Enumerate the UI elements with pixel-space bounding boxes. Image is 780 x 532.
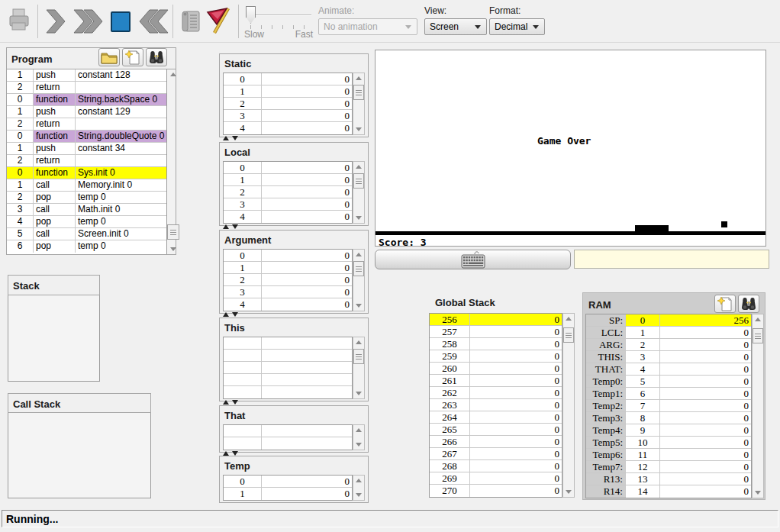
table-row[interactable]: 0functionString.backSpace 0: [7, 94, 166, 106]
arrow-down-icon[interactable]: [232, 224, 238, 229]
table-row[interactable]: 10: [224, 262, 352, 274]
scroll-up-icon[interactable]: [353, 73, 364, 83]
local-scrollbar[interactable]: [353, 161, 365, 224]
table-row[interactable]: [224, 437, 352, 450]
new-ram-button[interactable]: [714, 295, 736, 313]
table-row[interactable]: THAT:40: [586, 363, 751, 376]
scroll-up-icon[interactable]: [167, 69, 179, 79]
speed-slider[interactable]: Slow Fast: [244, 4, 310, 40]
ram-scrollbar[interactable]: [752, 314, 764, 498]
scroll-up-icon[interactable]: [353, 476, 364, 485]
table-row[interactable]: 0functionSys.init 0: [7, 167, 166, 179]
reset-button[interactable]: [138, 9, 170, 34]
segment-resize-arrows[interactable]: [223, 224, 238, 230]
arrow-down-icon[interactable]: [232, 312, 238, 317]
scroll-down-icon[interactable]: [167, 244, 179, 254]
table-row[interactable]: Temp2:70: [586, 400, 751, 412]
search-program-button[interactable]: [146, 48, 167, 66]
table-row[interactable]: 10: [224, 174, 352, 186]
table-row[interactable]: ARG:20: [586, 339, 751, 351]
this-scrollbar[interactable]: [353, 337, 365, 399]
scroll-down-icon[interactable]: [353, 389, 364, 398]
breakpoints-button[interactable]: [205, 6, 233, 37]
search-ram-button[interactable]: [738, 295, 759, 313]
table-row[interactable]: 0functionString.doubleQuote 0: [7, 131, 166, 143]
table-row[interactable]: 30: [224, 110, 352, 122]
format-select[interactable]: Decimal: [489, 18, 545, 35]
segment-resize-arrows[interactable]: [223, 136, 238, 141]
scroll-thumb[interactable]: [167, 224, 179, 240]
open-program-button[interactable]: [98, 48, 120, 66]
table-row[interactable]: LCL:10: [586, 327, 751, 339]
arrow-up-icon[interactable]: [223, 400, 229, 405]
slider-thumb[interactable]: [246, 6, 256, 24]
table-row[interactable]: 40: [224, 211, 352, 223]
table-row[interactable]: Temp4:90: [586, 424, 751, 437]
scroll-up-icon[interactable]: [563, 314, 574, 324]
scroll-down-icon[interactable]: [353, 213, 364, 223]
scroll-thumb[interactable]: [563, 327, 574, 343]
arrow-up-icon[interactable]: [223, 224, 229, 229]
temp-scrollbar[interactable]: [353, 475, 365, 501]
table-row[interactable]: 2670: [430, 448, 562, 460]
arrow-down-icon[interactable]: [232, 136, 238, 140]
table-row[interactable]: 2570: [430, 326, 562, 338]
table-row[interactable]: 20: [224, 186, 352, 198]
scroll-thumb[interactable]: [353, 261, 364, 276]
table-row[interactable]: 00: [224, 73, 352, 85]
scroll-down-icon[interactable]: [353, 490, 364, 500]
table-row[interactable]: [224, 386, 352, 398]
segment-resize-arrows[interactable]: [223, 400, 238, 405]
table-row[interactable]: 20: [224, 98, 352, 110]
animate-select[interactable]: No animation: [318, 18, 417, 35]
new-program-button[interactable]: [122, 48, 143, 66]
table-row[interactable]: 30: [224, 198, 352, 211]
table-row[interactable]: 1pushconstant 128: [7, 69, 166, 82]
scroll-thumb[interactable]: [353, 173, 364, 189]
stop-button[interactable]: [111, 11, 132, 33]
scroll-up-icon[interactable]: [353, 250, 364, 260]
argument-scrollbar[interactable]: [353, 249, 365, 311]
table-row[interactable]: 2poptemp 0: [7, 192, 166, 204]
table-row[interactable]: 00: [224, 162, 352, 174]
table-row[interactable]: 1pushconstant 34: [7, 143, 166, 155]
table-row[interactable]: R14:140: [586, 485, 751, 498]
table-row[interactable]: 20: [224, 274, 352, 286]
table-row[interactable]: [224, 362, 352, 374]
table-row[interactable]: SP:0256: [586, 314, 751, 327]
table-row[interactable]: 2590: [430, 350, 562, 363]
scroll-thumb[interactable]: [353, 85, 364, 100]
single-step-button[interactable]: [44, 9, 67, 34]
scroll-down-icon[interactable]: [353, 124, 364, 134]
table-row[interactable]: 2580: [430, 338, 562, 350]
table-row[interactable]: 30: [224, 286, 352, 298]
table-row[interactable]: 2600: [430, 363, 562, 375]
table-row[interactable]: Temp7:120: [586, 461, 751, 473]
scroll-thumb[interactable]: [753, 328, 763, 343]
table-row[interactable]: Temp0:50: [586, 376, 751, 388]
scroll-down-icon[interactable]: [753, 488, 763, 498]
table-row[interactable]: 40: [224, 298, 352, 311]
table-row[interactable]: 2560: [430, 314, 562, 326]
table-row[interactable]: 10: [224, 85, 352, 98]
arrow-up-icon[interactable]: [223, 312, 229, 317]
table-row[interactable]: Temp5:100: [586, 437, 751, 449]
table-row[interactable]: 2690: [430, 472, 562, 485]
scroll-down-icon[interactable]: [353, 301, 364, 311]
table-row[interactable]: THIS:30: [586, 351, 751, 363]
view-select[interactable]: Screen: [424, 18, 487, 35]
table-row[interactable]: Temp6:110: [586, 449, 751, 461]
scroll-up-icon[interactable]: [353, 162, 364, 172]
table-row[interactable]: [224, 425, 352, 437]
table-row[interactable]: R13:130: [586, 473, 751, 485]
keyboard-input-field[interactable]: [574, 250, 769, 269]
segment-resize-arrows[interactable]: [223, 312, 238, 318]
program-flow-button[interactable]: [179, 8, 203, 34]
scroll-up-icon[interactable]: [753, 314, 763, 324]
table-row[interactable]: 2610: [430, 375, 562, 387]
scroll-thumb[interactable]: [353, 349, 364, 364]
scroll-up-icon[interactable]: [353, 425, 364, 435]
table-row[interactable]: 2return: [7, 118, 166, 131]
table-row[interactable]: 2630: [430, 399, 562, 411]
table-row[interactable]: 1pushconstant 129: [7, 106, 166, 118]
